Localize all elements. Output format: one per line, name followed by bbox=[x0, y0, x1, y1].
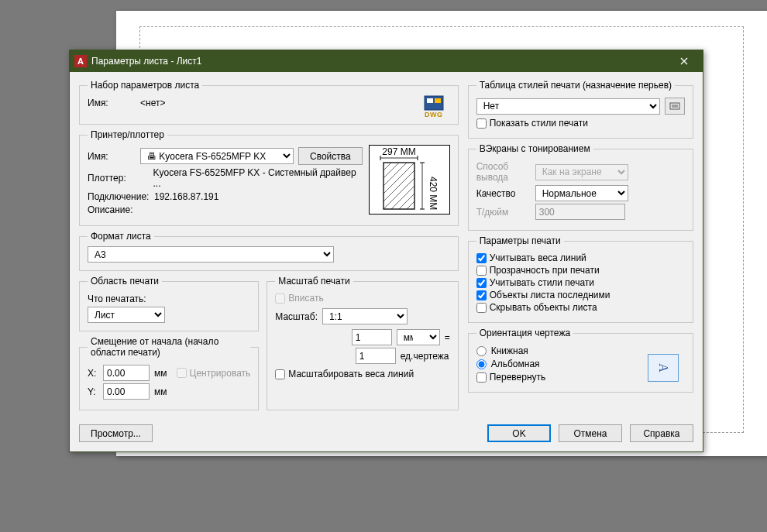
scale-num-input[interactable] bbox=[352, 329, 392, 345]
printer-group: Принтер/плоттер Имя: 🖶 Kyocera FS-6525MF… bbox=[79, 129, 459, 226]
scale-den-unit: ед.чертежа bbox=[401, 351, 450, 362]
page-set-name-label: Имя: bbox=[88, 98, 136, 108]
dpi-input bbox=[535, 204, 625, 220]
area-group: Область печати Что печатать: Лист bbox=[79, 276, 259, 331]
paper-height-label: 420 MM bbox=[428, 177, 439, 210]
app-icon: A bbox=[74, 55, 87, 67]
dpi-label: Т/дюйм bbox=[476, 207, 528, 218]
shade-mode-label: Способ вывода bbox=[476, 161, 528, 183]
printer-name-label: Имя: bbox=[88, 151, 136, 162]
opt-styles[interactable]: Учитывать стили печати bbox=[476, 277, 685, 288]
scale-group: Масштаб печати Вписать Масштаб: 1:1 мм = bbox=[267, 276, 458, 410]
dwg-label: DWG bbox=[425, 111, 443, 118]
x-unit: мм bbox=[154, 368, 167, 379]
dwg-icon: DWG bbox=[421, 95, 447, 118]
show-styles-label: Показать стили печати bbox=[490, 118, 588, 129]
shade-group: ВЭкраны с тонированием Способ вывода Как… bbox=[468, 143, 693, 231]
svg-rect-19 bbox=[670, 103, 679, 109]
desc-label: Описание: bbox=[88, 204, 150, 215]
shade-legend: ВЭкраны с тонированием bbox=[476, 143, 593, 154]
close-icon bbox=[680, 57, 688, 65]
format-group: Формат листа A3 bbox=[79, 231, 459, 271]
printer-props-button[interactable]: Свойства bbox=[298, 147, 363, 165]
plotter-label: Плоттер: bbox=[88, 173, 148, 184]
format-legend: Формат листа bbox=[88, 231, 154, 242]
preview-button[interactable]: Просмотр... bbox=[79, 424, 153, 442]
center-check[interactable]: Центрировать bbox=[177, 368, 251, 379]
dialog-body: Набор параметров листа Имя: <нет> DWG Пр… bbox=[70, 72, 703, 420]
plotstyle-edit-button[interactable] bbox=[665, 98, 685, 115]
opt-last[interactable]: Объекты листа последними bbox=[476, 290, 685, 300]
svg-rect-2 bbox=[435, 98, 441, 103]
svg-rect-1 bbox=[427, 98, 433, 103]
opt-lw[interactable]: Учитывать веса линий bbox=[476, 252, 685, 263]
fit-label: Вписать bbox=[288, 293, 323, 304]
scale-select[interactable]: 1:1 bbox=[322, 308, 408, 324]
plotter-value: Kyocera FS-6525MFP KX - Системный драйве… bbox=[153, 167, 362, 189]
page-set-name-value: <нет> bbox=[140, 98, 165, 108]
cancel-button[interactable]: Отмена bbox=[559, 424, 622, 442]
area-select[interactable]: Лист bbox=[88, 307, 165, 323]
scale-lw-checkbox[interactable] bbox=[275, 369, 285, 379]
titlebar: A Параметры листа - Лист1 bbox=[70, 50, 703, 72]
edit-icon bbox=[669, 101, 680, 111]
printer-select[interactable]: 🖶 Kyocera FS-6525MFP KX bbox=[140, 148, 294, 164]
orient-legend: Ориентация чертежа bbox=[476, 328, 573, 338]
plotstyle-group: Таблица стилей печати (назначение перьев… bbox=[468, 80, 693, 139]
page-setup-dialog: A Параметры листа - Лист1 Набор параметр… bbox=[69, 50, 703, 452]
y-unit: мм bbox=[154, 386, 167, 397]
orientation-icon: A bbox=[648, 354, 679, 382]
page-set-legend: Набор параметров листа bbox=[88, 80, 202, 91]
paper-preview: 297 MM bbox=[369, 145, 450, 215]
center-checkbox bbox=[177, 368, 187, 378]
scale-label: Масштаб: bbox=[275, 311, 318, 322]
y-label: Y: bbox=[88, 386, 98, 397]
paper-width-label: 297 MM bbox=[382, 146, 415, 157]
fit-checkbox bbox=[275, 293, 285, 304]
close-button[interactable] bbox=[669, 50, 700, 72]
scale-eq: = bbox=[445, 332, 450, 343]
shade-mode-select: Как на экране bbox=[535, 164, 628, 180]
opt-hide[interactable]: Скрывать объекты листа bbox=[476, 302, 685, 313]
plotstyle-legend: Таблица стилей печати (назначение перьев… bbox=[476, 80, 675, 91]
show-styles-check[interactable]: Показать стили печати bbox=[476, 118, 685, 129]
quality-select[interactable]: Нормальное bbox=[535, 185, 628, 201]
ok-button[interactable]: OK bbox=[487, 424, 551, 442]
quality-label: Качество bbox=[476, 188, 528, 199]
show-styles-checkbox[interactable] bbox=[476, 118, 487, 129]
x-input[interactable] bbox=[103, 365, 150, 381]
plotstyle-select[interactable]: Нет bbox=[476, 98, 660, 115]
dialog-title: Параметры листа - Лист1 bbox=[91, 56, 669, 67]
help-button[interactable]: Справка bbox=[630, 424, 693, 442]
dialog-footer: Просмотр... OK Отмена Справка bbox=[70, 420, 703, 451]
conn-value: 192.168.87.191 bbox=[154, 191, 218, 202]
scale-unit-select[interactable]: мм bbox=[397, 329, 440, 345]
page-set-group: Набор параметров листа Имя: <нет> DWG bbox=[79, 80, 459, 125]
format-select[interactable]: A3 bbox=[88, 246, 334, 263]
opt-trans[interactable]: Прозрачность при печати bbox=[476, 265, 685, 276]
print-opts-legend: Параметры печати bbox=[476, 235, 564, 246]
y-input[interactable] bbox=[103, 383, 150, 400]
area-legend: Область печати bbox=[88, 276, 162, 287]
offset-group: Смещение от начала (начало области печат… bbox=[79, 336, 259, 410]
orient-group: Ориентация чертежа Книжная Альбомная Пер… bbox=[468, 328, 693, 393]
scale-legend: Масштаб печати bbox=[275, 276, 353, 287]
scale-lw-check[interactable]: Масштабировать веса линий bbox=[275, 369, 449, 379]
scale-den-input[interactable] bbox=[356, 348, 396, 364]
conn-label: Подключение: bbox=[88, 191, 150, 202]
print-opts-group: Параметры печати Учитывать веса линий Пр… bbox=[468, 235, 693, 323]
center-label: Центрировать bbox=[190, 368, 251, 379]
printer-legend: Принтер/плоттер bbox=[88, 129, 167, 140]
x-label: X: bbox=[88, 368, 98, 379]
what-print-label: Что печатать: bbox=[88, 293, 146, 304]
offset-legend: Смещение от начала (начало области печат… bbox=[88, 336, 250, 358]
scale-lw-label: Масштабировать веса линий bbox=[288, 369, 414, 379]
fit-check[interactable]: Вписать bbox=[275, 293, 449, 304]
